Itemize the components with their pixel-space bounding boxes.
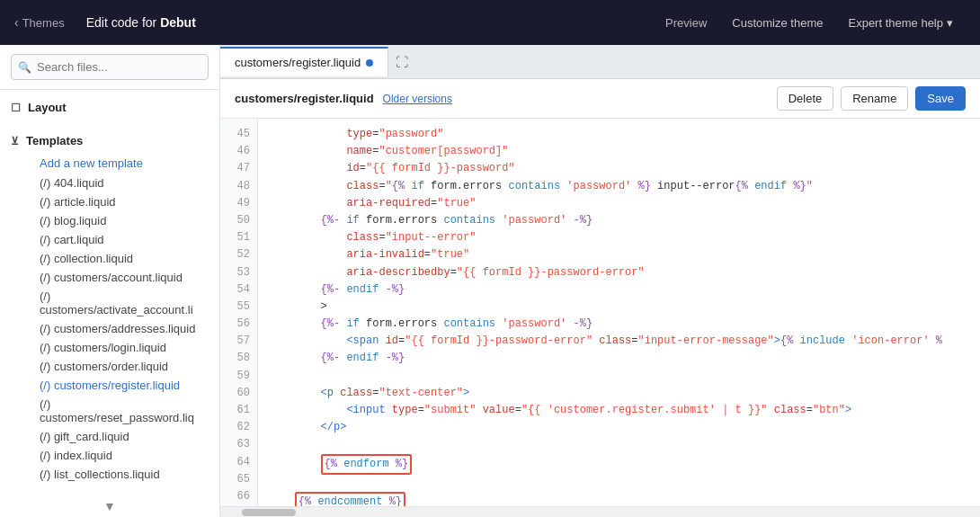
sidebar-section-templates: ⊻ Templates Add a new template (/) 404.l… — [0, 123, 219, 487]
code-line-52: aria-invalid="true" — [258, 246, 980, 263]
file-list-collections[interactable]: (/) list_collections.liquid — [11, 465, 209, 484]
add-new-template-link[interactable]: Add a new template — [11, 153, 209, 174]
file-blog[interactable]: (/) blog.liquid — [11, 211, 209, 230]
back-arrow-icon: ‹ — [14, 15, 19, 30]
main-layout: 🔍 ☐ Layout ⊻ Templates Add a new templat… — [0, 45, 980, 517]
topbar-left: ‹ Themes Edit code for Debut — [14, 15, 653, 30]
editor-header: customers/register.liquid Older versions… — [220, 79, 980, 119]
expert-theme-help-button[interactable]: Expert theme help ▾ — [835, 9, 966, 37]
code-line-54: {%- endif -%} — [258, 281, 980, 299]
templates-section-header: ⊻ Templates — [11, 134, 209, 147]
code-line-63 — [258, 436, 980, 453]
code-line-62: </p> — [258, 419, 980, 436]
file-customers-reset[interactable]: (/) customers/reset_password.liq — [11, 395, 209, 427]
save-button[interactable]: Save — [915, 86, 966, 111]
customize-theme-button[interactable]: Customize theme — [719, 9, 835, 37]
folder-icon: ☐ — [11, 102, 21, 114]
preview-button[interactable]: Preview — [653, 9, 719, 37]
sidebar-section-layout: ☐ Layout — [0, 90, 219, 123]
file-404[interactable]: (/) 404.liquid — [11, 174, 209, 192]
line-numbers: 4546474849 5051525354 5556575859 6061626… — [220, 119, 258, 506]
expand-icon: ⊻ — [11, 135, 19, 147]
active-tab[interactable]: customers/register.liquid — [220, 47, 388, 76]
code-line-49: aria-required="true" — [258, 195, 980, 212]
file-customers-activate[interactable]: (/) customers/activate_account.li — [11, 287, 209, 319]
code-content[interactable]: type="password" name="customer[password]… — [258, 119, 980, 506]
code-line-59 — [258, 368, 980, 385]
search-input[interactable] — [11, 54, 209, 80]
code-line-46: name="customer[password]" — [258, 143, 980, 160]
editor-filename: customers/register.liquid — [235, 92, 374, 105]
file-collection[interactable]: (/) collection.liquid — [11, 249, 209, 268]
chevron-down-icon: ▾ — [947, 16, 953, 30]
older-versions-link[interactable]: Older versions — [383, 93, 452, 105]
topbar-right: Preview Customize theme Expert theme hel… — [653, 9, 966, 37]
code-line-50: {%- if form.errors contains 'password' -… — [258, 212, 980, 229]
editor-header-left: customers/register.liquid Older versions — [235, 92, 452, 105]
scroll-thumb[interactable] — [242, 509, 296, 516]
code-line-48: class="{% if form.errors contains 'passw… — [258, 178, 980, 195]
file-gift-card[interactable]: (/) gift_card.liquid — [11, 427, 209, 446]
file-index[interactable]: (/) index.liquid — [11, 446, 209, 465]
tab-bar: customers/register.liquid ⛶ — [220, 45, 980, 79]
back-button[interactable]: ‹ Themes — [14, 15, 65, 30]
code-line-51: class="input--error" — [258, 229, 980, 246]
code-line-55: > — [258, 299, 980, 316]
sidebar-list: ☐ Layout ⊻ Templates Add a new template … — [0, 90, 219, 495]
topbar: ‹ Themes Edit code for Debut Preview Cus… — [0, 0, 980, 45]
fullscreen-button[interactable]: ⛶ — [388, 51, 415, 73]
search-icon: 🔍 — [18, 61, 31, 74]
code-line-57: <span id="{{ formId }}-password-error" c… — [258, 333, 980, 350]
tab-modified-dot — [366, 59, 373, 67]
code-line-45: type="password" — [258, 126, 980, 143]
topbar-title: Edit code for Debut — [86, 15, 196, 30]
code-line-60: <p class="text-center"> — [258, 385, 980, 402]
file-cart[interactable]: (/) cart.liquid — [11, 230, 209, 249]
sidebar: 🔍 ☐ Layout ⊻ Templates Add a new templat… — [0, 45, 220, 517]
file-customers-register[interactable]: (/) customers/register.liquid — [11, 376, 209, 395]
file-customers-login[interactable]: (/) customers/login.liquid — [11, 338, 209, 357]
file-customers-account[interactable]: (/) customers/account.liquid — [11, 268, 209, 287]
file-customers-addresses[interactable]: (/) customers/addresses.liquid — [11, 319, 209, 338]
back-label: Themes — [22, 16, 65, 30]
scroll-down-arrow[interactable]: ▼ — [0, 495, 219, 517]
code-line-58: {%- endif -%} — [258, 350, 980, 367]
file-article[interactable]: (/) article.liquid — [11, 192, 209, 211]
horizontal-scrollbar[interactable] — [220, 506, 980, 517]
layout-label: Layout — [28, 101, 67, 114]
code-line-64: {% endform %} — [258, 454, 980, 475]
file-customers-order[interactable]: (/) customers/order.liquid — [11, 357, 209, 376]
rename-button[interactable]: Rename — [841, 86, 908, 111]
code-line-66: {% endcomment %} — [258, 492, 980, 506]
code-line-47: id="{{ formId }}-password" — [258, 160, 980, 177]
layout-section-header: ☐ Layout — [11, 101, 209, 114]
code-editor: 4546474849 5051525354 5556575859 6061626… — [220, 119, 980, 506]
search-wrapper: 🔍 — [0, 45, 219, 90]
code-line-56: {%- if form.errors contains 'password' -… — [258, 316, 980, 333]
content-area: customers/register.liquid ⛶ customers/re… — [220, 45, 980, 517]
editor-header-right: Delete Rename Save — [777, 86, 966, 111]
delete-button[interactable]: Delete — [777, 86, 834, 111]
code-line-61: <input type="submit" value="{{ 'customer… — [258, 402, 980, 419]
tab-filename: customers/register.liquid — [235, 56, 361, 69]
code-line-65 — [258, 475, 980, 492]
templates-label: Templates — [26, 134, 83, 147]
code-line-53: aria-describedby="{{ formId }}-password-… — [258, 264, 980, 281]
